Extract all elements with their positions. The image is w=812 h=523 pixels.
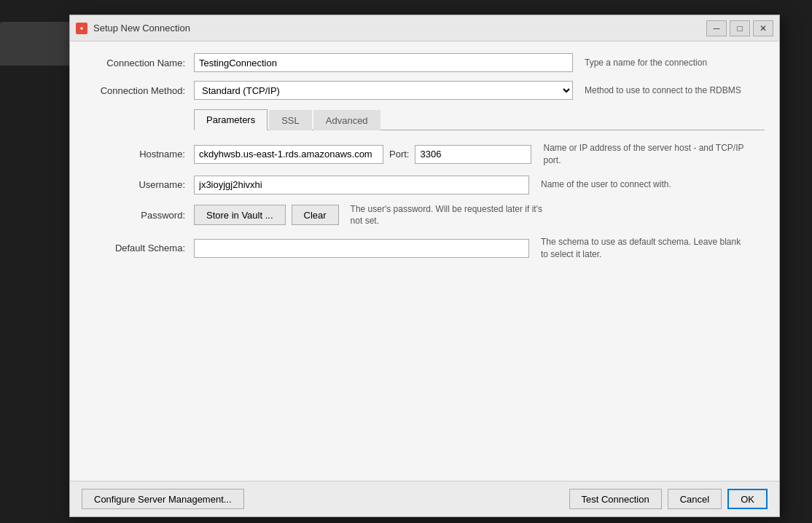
connection-method-hint: Method to use to connect to the RDBMS (585, 84, 741, 97)
username-input[interactable] (194, 176, 529, 194)
test-connection-button[interactable]: Test Connection (569, 489, 662, 509)
username-label: Username: (85, 179, 194, 190)
setup-connection-dialog: Setup New Connection ─ □ ✕ Connection Na… (69, 15, 780, 517)
connection-name-control: Type a name for the connection (194, 53, 765, 72)
hostname-hint: Name or IP address of the server host - … (543, 142, 747, 167)
dialog-body: Connection Name: Type a name for the con… (70, 42, 779, 481)
hostname-label: Hostname: (85, 149, 194, 160)
connection-name-hint: Type a name for the connection (585, 57, 707, 69)
dialog-title: Setup New Connection (93, 23, 190, 34)
close-button[interactable]: ✕ (753, 20, 773, 36)
port-label: Port: (389, 149, 409, 160)
store-in-vault-button[interactable]: Store in Vault ... (194, 205, 286, 225)
username-control: Name of the user to connect with. (194, 176, 765, 194)
parameter-tabs: Parameters SSL Advanced (194, 109, 765, 130)
tab-parameters[interactable]: Parameters (194, 109, 268, 130)
connection-method-control: Standard (TCP/IP) Method to use to conne… (194, 81, 765, 100)
tab-ssl[interactable]: SSL (269, 110, 312, 130)
username-hint: Name of the user to connect with. (541, 178, 671, 191)
password-hint: The user's password. Will be requested l… (351, 203, 555, 228)
connection-method-select[interactable]: Standard (TCP/IP) (194, 81, 573, 100)
clear-password-button[interactable]: Clear (292, 205, 339, 225)
hostname-input[interactable] (194, 145, 383, 164)
connection-name-input[interactable] (194, 53, 573, 72)
default-schema-row: Default Schema: The schema to use as def… (85, 236, 765, 261)
connection-name-label: Connection Name: (85, 58, 194, 68)
connection-method-label: Connection Method: (85, 85, 194, 96)
port-input[interactable] (415, 145, 531, 164)
dialog-footer: Configure Server Management... Test Conn… (70, 481, 779, 516)
password-buttons: Store in Vault ... Clear (194, 205, 339, 225)
default-schema-label: Default Schema: (85, 243, 194, 253)
tab-advanced[interactable]: Advanced (313, 110, 380, 130)
cancel-button[interactable]: Cancel (668, 489, 722, 509)
dialog-icon (76, 23, 87, 34)
minimize-button[interactable]: ─ (706, 20, 727, 36)
password-label: Password: (85, 210, 194, 221)
footer-right-buttons: Test Connection Cancel OK (569, 489, 768, 509)
password-control: Store in Vault ... Clear The user's pass… (194, 203, 765, 228)
default-schema-hint: The schema to use as default schema. Lea… (541, 236, 745, 261)
hostname-row: Hostname: Port: Name or IP address of th… (85, 142, 765, 167)
default-schema-control: The schema to use as default schema. Lea… (194, 236, 765, 261)
ok-button[interactable]: OK (727, 489, 768, 509)
default-schema-input[interactable] (194, 239, 529, 258)
title-bar-left: Setup New Connection (76, 23, 190, 34)
title-controls: ─ □ ✕ (706, 20, 773, 36)
connection-name-row: Connection Name: Type a name for the con… (85, 53, 765, 72)
configure-server-button[interactable]: Configure Server Management... (82, 489, 244, 509)
maximize-button[interactable]: □ (730, 20, 750, 36)
password-row: Password: Store in Vault ... Clear The u… (85, 203, 765, 228)
hostname-control: Port: Name or IP address of the server h… (194, 142, 765, 167)
username-row: Username: Name of the user to connect wi… (85, 176, 765, 194)
connection-method-row: Connection Method: Standard (TCP/IP) Met… (85, 81, 765, 100)
title-bar: Setup New Connection ─ □ ✕ (70, 15, 779, 42)
